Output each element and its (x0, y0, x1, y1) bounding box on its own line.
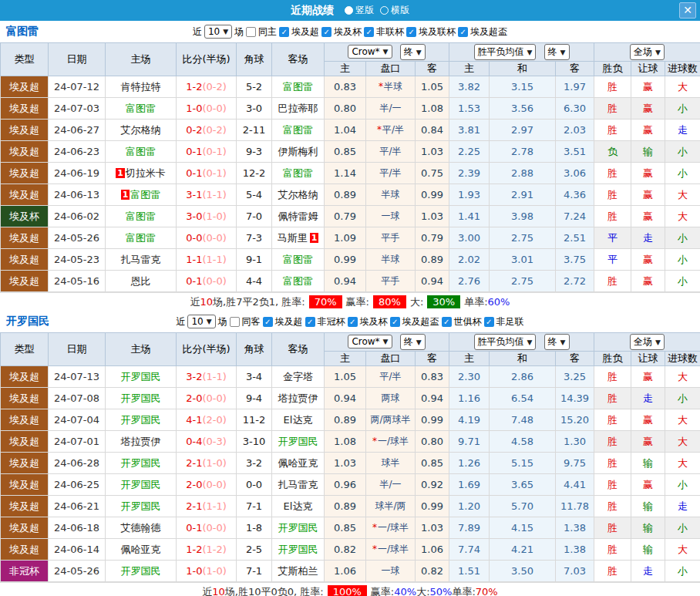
league-checkbox-checked[interactable]: ✓ (390, 317, 400, 327)
time-select-wdl[interactable]: 终▼ (544, 334, 570, 350)
avg-home-odds: 2.39 (449, 163, 490, 184)
subcol-winlose: 胜负 (594, 352, 631, 366)
bookmaker-select[interactable]: Crow*▼ (348, 45, 392, 59)
handicap-line: 半/一 (366, 474, 416, 496)
same-venue-checkbox[interactable] (230, 317, 240, 327)
away-team-cell: 艾斯柏兰 (272, 561, 325, 582)
time-select-handicap[interactable]: 终▼ (400, 334, 426, 350)
match-row: 埃及杯24-06-02富图雷3-0(1-0)7-0佩特雷姆0.79一球1.031… (1, 206, 700, 227)
league-checkbox-checked[interactable]: ✓ (321, 27, 331, 37)
same-venue-label[interactable]: 同客 (242, 315, 261, 328)
result-handicap: 赢 (631, 474, 665, 496)
away-team-cell: 开罗国民 (272, 539, 325, 561)
time-select-handicap[interactable]: 终▼ (400, 44, 426, 60)
handicap-line: *一/球半 (366, 431, 416, 453)
avg-draw-odds: 3.65 (490, 474, 556, 496)
league-checkbox-label[interactable]: 非足联 (496, 315, 524, 328)
fulltime-select[interactable]: 全场▼ (630, 334, 665, 350)
red-card-badge: 1 (310, 233, 319, 243)
corner-cell: 5-2 (237, 76, 272, 98)
games-count-select[interactable]: 10▼ (204, 25, 232, 39)
league-checkbox-checked[interactable]: ✓ (364, 27, 374, 37)
bookmaker-select[interactable]: Crow*▼ (348, 335, 392, 349)
handicap-home-odds: 0.89 (325, 184, 366, 206)
handicap-line: 两/两球半 (366, 409, 416, 431)
result-goals: 大 (665, 453, 700, 474)
halftime-score: (0-0) (202, 392, 226, 404)
subcol-goals: 进球数 (665, 352, 700, 366)
avg-home-odds: 3.81 (449, 120, 490, 141)
chevron-down-icon: ▼ (416, 49, 422, 56)
fulltime-score: 0-1 (186, 275, 202, 287)
games-count-value: 10 (191, 316, 203, 327)
league-checkbox-label[interactable]: 埃及超 (291, 25, 319, 39)
radio-horizontal-label[interactable]: 横版 (391, 4, 409, 17)
summary-part: 10 (200, 296, 214, 308)
fulltime-score: 2-0 (186, 392, 202, 404)
fulltime-score: 0-2 (186, 124, 202, 136)
league-checkbox-checked[interactable]: ✓ (348, 317, 358, 327)
wdl-dropdown-group: 胜平负均值▼ 终▼ (449, 333, 594, 352)
league-checkbox-label[interactable]: 埃及杯 (360, 315, 388, 328)
games-count-select[interactable]: 10▼ (187, 315, 215, 328)
subcol-winlose: 胜负 (594, 62, 631, 76)
corner-cell: 0-0 (237, 474, 272, 496)
league-checkbox-checked[interactable]: ✓ (442, 317, 452, 327)
wdl-average-select[interactable]: 胜平负均值▼ (474, 44, 537, 60)
result-winlose: 胜 (594, 496, 631, 517)
home-team-cell: 1富图雷 (106, 184, 177, 206)
result-goals: 走 (665, 496, 700, 517)
handicap-line: 平手 (366, 227, 416, 249)
same-venue-checkbox[interactable] (246, 27, 256, 37)
league-checkbox-checked[interactable]: ✓ (406, 27, 416, 37)
league-checkbox-checked[interactable]: ✓ (305, 317, 315, 327)
result-handicap: 赢 (631, 271, 665, 292)
bookmaker-select-value: Crow* (352, 336, 379, 347)
result-goals: 走 (665, 120, 700, 141)
league-type-cell: 埃及超 (1, 431, 49, 453)
result-goals: 大 (665, 409, 700, 431)
fulltime-score: 0-1 (186, 522, 202, 534)
away-team-name: 艾斯柏兰 (278, 565, 318, 577)
league-checkbox-checked[interactable]: ✓ (484, 317, 494, 327)
handicap-away-odds: 0.80 (416, 431, 449, 453)
league-checkbox-label[interactable]: 埃及杯 (334, 25, 362, 39)
summary-part: 赢率: (346, 295, 369, 309)
radio-vertical-layout[interactable] (345, 6, 353, 15)
league-checkbox-checked[interactable]: ✓ (458, 27, 468, 37)
league-checkbox-label[interactable]: 埃及超盃 (470, 25, 507, 39)
summary-part: 30% (427, 295, 460, 308)
fulltime-select[interactable]: 全场▼ (630, 44, 665, 60)
away-team-name: 马斯里 (278, 232, 308, 244)
handicap-home-odds: 0.96 (325, 474, 366, 496)
home-team-cell: 艾德翰德 (106, 517, 177, 539)
league-checkbox-label[interactable]: 埃及联杯 (419, 25, 456, 39)
score-cell: 0-1(0-1) (177, 141, 237, 163)
time-select-wdl[interactable]: 终▼ (544, 44, 570, 60)
home-team-cell: 富图雷 (106, 206, 177, 227)
league-checkbox-label[interactable]: 埃及超盃 (402, 315, 439, 328)
bookmaker-select-value: Crow* (352, 46, 379, 57)
avg-draw-odds: 2.75 (490, 227, 556, 249)
avg-away-odds: 9.75 (556, 453, 594, 474)
league-checkbox-checked[interactable]: ✓ (263, 317, 273, 327)
away-team-cell: 开罗国民 (272, 517, 325, 539)
handicap-home-odds: 0.89 (325, 496, 366, 517)
same-venue-label[interactable]: 同主 (258, 25, 277, 39)
games-count-value: 10 (208, 26, 220, 37)
league-type-cell: 埃及超 (1, 409, 49, 431)
radio-vertical-label[interactable]: 竖版 (355, 4, 374, 17)
result-handicap: 赢 (631, 76, 665, 98)
date-cell: 24-06-21 (49, 496, 106, 517)
radio-horizontal-layout[interactable] (380, 6, 389, 15)
handicap-line: 球半 (366, 453, 416, 474)
league-checkbox-label[interactable]: 非联杯 (376, 25, 404, 39)
league-checkbox-label[interactable]: 埃及超 (275, 315, 303, 328)
league-checkbox-label[interactable]: 世俱杯 (454, 315, 482, 328)
summary-part: 近 (202, 585, 212, 596)
wdl-average-select[interactable]: 胜平负均值▼ (474, 334, 537, 350)
league-checkbox-label[interactable]: 非冠杯 (318, 315, 345, 328)
close-icon[interactable]: ✕ (679, 2, 696, 19)
home-team-name: 切拉米卡 (126, 167, 166, 179)
league-checkbox-checked[interactable]: ✓ (279, 27, 289, 37)
